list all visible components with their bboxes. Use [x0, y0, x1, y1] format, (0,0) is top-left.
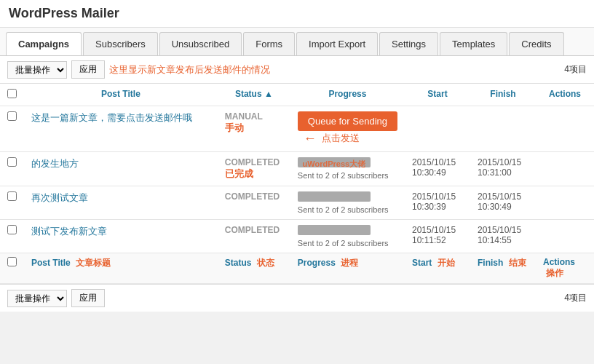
finish-date: 10:14:55	[478, 235, 528, 245]
footer-start-cn: 开始	[437, 258, 455, 268]
row-actions	[536, 186, 594, 220]
row-finish	[470, 106, 536, 152]
toolbar-count: 4项目	[564, 63, 587, 76]
app-title: WordPress Mailer	[9, 6, 119, 20]
start-date: 10:30:49	[412, 167, 463, 178]
finish-date: 10:30:49	[478, 202, 528, 212]
row-progress: uWordPress大佬 Sent to 2 of 2 subscribers	[290, 152, 405, 186]
footer-finish: Finish 结束	[470, 253, 536, 284]
row-checkbox[interactable]	[7, 191, 17, 201]
row-title: 的发生地方	[24, 152, 218, 186]
progress-bar-wrap	[298, 225, 371, 235]
footer-checkbox[interactable]	[7, 257, 17, 266]
arrow-icon: ←	[304, 131, 317, 146]
row-checkbox[interactable]	[7, 111, 17, 121]
bottom-toolbar-left: 批量操作 应用	[7, 289, 105, 307]
tab-unsubscribed[interactable]: Unsubscribed	[159, 32, 242, 55]
finish-date: 2015/10/15	[478, 191, 528, 202]
post-title-text: 的发生地方	[31, 158, 79, 169]
progress-text: Sent to 2 of 2 subscribers	[298, 205, 397, 214]
footer-actions-cn: 操作	[546, 268, 563, 278]
queue-for-sending-button[interactable]: Queue for Sending	[298, 111, 397, 131]
tab-templates[interactable]: Templates	[440, 32, 507, 55]
tab-import-export[interactable]: Import Export	[296, 32, 378, 55]
tab-settings[interactable]: Settings	[379, 32, 438, 55]
row-finish: 2015/10/1510:30:49	[470, 186, 536, 220]
start-date: 10:30:39	[412, 202, 463, 212]
footer-check	[0, 253, 24, 284]
tab-forms[interactable]: Forms	[243, 32, 295, 55]
row-status: COMPLETED	[218, 220, 290, 253]
progress-bar-wrap	[298, 191, 371, 202]
row-start: 2015/10/1510:30:49	[405, 152, 470, 186]
start-date: 10:11:52	[412, 235, 463, 245]
row-progress: Queue for Sending ← 点击发送	[290, 106, 405, 152]
footer-start-en: Start	[412, 258, 432, 268]
row-actions	[536, 106, 594, 152]
tab-credits[interactable]: Credits	[509, 32, 563, 55]
row-status: COMPLETED	[218, 186, 290, 220]
table-footer-row: Post Title 文章标题 Status 状态 Progress 进程 St…	[0, 253, 594, 284]
arrow-label: 点击发送	[322, 132, 360, 143]
status-value: COMPLETED	[225, 157, 283, 167]
footer-finish-en: Finish	[478, 258, 503, 268]
tab-subscribers[interactable]: Subscribers	[83, 32, 158, 55]
select-all-checkbox[interactable]	[7, 89, 17, 98]
table-row: 这是一篇新文章，需要点击发送邮件哦MANUAL手动 Queue for Send…	[0, 106, 594, 152]
apply-button[interactable]: 应用	[71, 60, 105, 79]
col-header-progress: Progress	[290, 84, 405, 106]
row-title: 这是一篇新文章，需要点击发送邮件哦	[24, 106, 218, 152]
start-date: 2015/10/15	[412, 157, 463, 167]
bottom-count: 4项目	[564, 292, 587, 304]
row-finish: 2015/10/1510:14:55	[470, 220, 536, 253]
bulk-action-select[interactable]: 批量操作	[7, 61, 67, 79]
app-header: WordPress Mailer	[0, 0, 594, 28]
row-status: COMPLETED已完成	[218, 152, 290, 186]
select-all-header[interactable]	[0, 84, 24, 106]
row-checkbox[interactable]	[7, 157, 17, 167]
row-title: 再次测试文章	[24, 186, 218, 220]
watermark-text: uWordPress大佬	[303, 159, 366, 170]
row-start	[405, 106, 470, 152]
row-checkbox-cell	[0, 106, 24, 152]
sort-arrow-icon: ▲	[264, 89, 273, 99]
footer-status-en: Status	[225, 258, 252, 268]
col-header-finish: Finish	[470, 84, 536, 106]
table-row: 测试下发布新文章COMPLETED Sent to 2 of 2 subscri…	[0, 220, 594, 253]
start-date: 2015/10/15	[412, 191, 463, 202]
bottom-bulk-action-select[interactable]: 批量操作	[7, 290, 67, 307]
row-start: 2015/10/1510:11:52	[405, 220, 470, 253]
row-title: 测试下发布新文章	[24, 220, 218, 253]
row-finish: 2015/10/1510:31:00	[470, 152, 536, 186]
footer-finish-cn: 结束	[509, 258, 526, 268]
status-cn: 已完成	[225, 167, 283, 181]
footer-progress-en: Progress	[298, 258, 336, 268]
col-header-status[interactable]: Status ▲	[218, 84, 290, 106]
toolbar-notice: 这里显示新文章发布后发送邮件的情况	[109, 63, 270, 76]
row-start: 2015/10/1510:30:39	[405, 186, 470, 220]
tab-campaigns[interactable]: Campaigns	[6, 32, 82, 55]
row-checkbox-cell	[0, 186, 24, 220]
toolbar-left: 批量操作 应用 这里显示新文章发布后发送邮件的情况	[7, 60, 270, 79]
finish-date: 10:31:00	[478, 167, 528, 178]
campaigns-table: Post Title Status ▲ Progress Start Finis…	[0, 84, 594, 284]
row-actions	[536, 220, 594, 253]
bottom-apply-button[interactable]: 应用	[71, 289, 105, 307]
col-header-start: Start	[405, 84, 470, 106]
col-header-post-title: Post Title	[24, 84, 218, 106]
col-header-actions: Actions	[536, 84, 594, 106]
footer-title-cn: 文章标题	[76, 258, 111, 268]
row-status: MANUAL手动	[218, 106, 290, 152]
status-cn: 手动	[225, 122, 283, 135]
footer-status: Status 状态	[218, 253, 290, 284]
footer-start: Start 开始	[405, 253, 470, 284]
row-checkbox[interactable]	[7, 225, 17, 234]
progress-bar-area: uWordPress大佬	[298, 157, 371, 170]
footer-progress: Progress 进程	[290, 253, 405, 284]
footer-title-en: Post Title	[31, 258, 71, 268]
footer-post-title: Post Title 文章标题	[24, 253, 218, 284]
footer-status-cn: 状态	[257, 258, 274, 268]
status-value: MANUAL	[225, 111, 283, 122]
top-toolbar: 批量操作 应用 这里显示新文章发布后发送邮件的情况 4项目	[0, 56, 594, 84]
post-title-text: 这是一篇新文章，需要点击发送邮件哦	[31, 112, 192, 123]
